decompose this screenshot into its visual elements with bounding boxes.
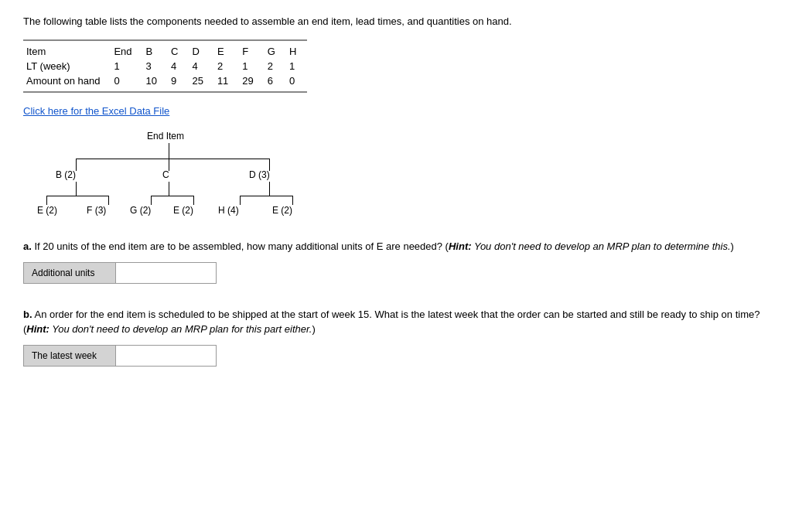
table-row-item: Item End B C D E F G H	[23, 40, 307, 59]
tree-line-to-e2a	[46, 196, 47, 205]
tree-diagram: End Item B (2) C D (3) E (2) F (3) G (2)…	[39, 131, 364, 231]
table-cell-lt-e: 2	[214, 59, 239, 73]
tree-node-f3: F (3)	[87, 205, 106, 216]
tree-node-d3: D (3)	[249, 169, 270, 180]
question-b: b. An order for the end item is schedule…	[23, 307, 769, 367]
table-cell-lt-b: 3	[143, 59, 168, 73]
table-cell-amount-g: 6	[265, 73, 286, 92]
question-a-label: a.	[23, 240, 32, 252]
table-cell-lt-d: 4	[189, 59, 213, 73]
question-b-label: b.	[23, 309, 32, 320]
table-row-lt: LT (week) 1 3 4 4 2 1 2 1	[23, 59, 307, 73]
tree-node-e2c: E (2)	[272, 205, 292, 216]
tree-line-b2-down	[76, 182, 77, 196]
tree-line-d3-children-h	[240, 196, 292, 196]
question-a-text: a. If 20 units of the end item are to be…	[23, 239, 769, 254]
tree-node-e2a: E (2)	[37, 205, 57, 216]
table-cell-d: D	[189, 40, 213, 59]
tree-line-to-b2	[76, 159, 77, 171]
table-cell-amount-c: 9	[168, 73, 189, 92]
table-cell-lt-c: 4	[168, 59, 189, 73]
question-a-hint-label: Hint:	[449, 240, 472, 252]
tree-line-b2-children-h	[46, 196, 108, 196]
tree-node-c: C	[162, 169, 169, 180]
table-cell-amount-label: Amount on hand	[23, 73, 111, 92]
table-cell-c: C	[168, 40, 189, 59]
question-b-text: b. An order for the end item is schedule…	[23, 307, 769, 337]
table-cell-amount-h: 0	[286, 73, 307, 92]
question-a-answer-row: Additional units	[23, 262, 769, 284]
table-cell-lt-label: LT (week)	[23, 59, 111, 73]
table-cell-lt-f: 1	[239, 59, 264, 73]
table-cell-end: End	[111, 40, 142, 59]
table-cell-f: F	[239, 40, 264, 59]
table-cell-amount-end: 0	[111, 73, 142, 92]
question-b-answer-row: The latest week	[23, 345, 769, 367]
tree-node-h4: H (4)	[218, 205, 239, 216]
tree-line-end-down	[169, 143, 169, 159]
tree-line-to-g2	[151, 196, 152, 205]
latest-week-label: The latest week	[23, 345, 116, 367]
tree-line-c-down	[169, 182, 169, 196]
tree-line-to-e2b	[193, 196, 194, 205]
tree-line-level2-h	[76, 159, 269, 159]
tree-node-b2: B (2)	[56, 169, 76, 180]
table-cell-amount-b: 10	[143, 73, 168, 92]
table-cell-amount-d: 25	[189, 73, 213, 92]
table-cell-lt-g: 2	[265, 59, 286, 73]
table-cell-amount-f: 29	[239, 73, 264, 92]
question-a: a. If 20 units of the end item are to be…	[23, 239, 769, 284]
table-cell-e: E	[214, 40, 239, 59]
table-cell-item-label: Item	[23, 40, 111, 59]
table-cell-h: H	[286, 40, 307, 59]
excel-data-link[interactable]: Click here for the Excel Data File	[23, 105, 169, 117]
latest-week-input[interactable]	[116, 345, 217, 367]
tree-line-c-children-h	[151, 196, 193, 196]
tree-line-to-e2c	[292, 196, 293, 205]
table-row-amount: Amount on hand 0 10 9 25 11 29 6 0	[23, 73, 307, 92]
tree-line-to-h4	[240, 196, 241, 205]
question-b-hint-label: Hint:	[26, 323, 50, 335]
table-cell-lt-end: 1	[111, 59, 142, 73]
table-cell-lt-h: 1	[286, 59, 307, 73]
tree-node-g2: G (2)	[130, 205, 151, 216]
data-table: Item End B C D E F G H LT (week) 1 3 4 4…	[23, 39, 307, 93]
table-cell-amount-e: 11	[214, 73, 239, 92]
tree-line-to-f3	[108, 196, 109, 205]
tree-node-end-item: End Item	[147, 131, 184, 142]
table-cell-g: G	[265, 40, 286, 59]
table-cell-b: B	[143, 40, 168, 59]
intro-text: The following table lists the components…	[23, 15, 769, 27]
tree-line-d3-down	[269, 182, 270, 196]
tree-node-e2b: E (2)	[173, 205, 193, 216]
additional-units-label: Additional units	[23, 262, 116, 284]
additional-units-input[interactable]	[116, 262, 217, 284]
